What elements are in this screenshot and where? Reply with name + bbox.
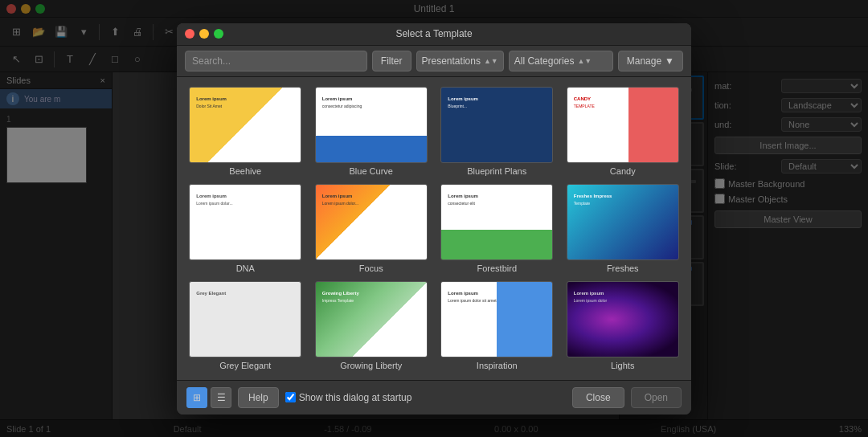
select-template-modal: Select a Template Filter Presentations ▲… <box>177 23 691 415</box>
template-item-greyelegant[interactable]: Grey Elegant Grey Elegant <box>186 281 305 370</box>
template-item-candy[interactable]: CANDY TEMPLATE Candy <box>564 87 682 176</box>
template-thumb-forestbird: Lorem ipsum consectetur elit <box>440 184 553 260</box>
template-name-focus: Focus <box>359 263 383 273</box>
show-at-startup-label[interactable]: Show this dialog at startup <box>285 392 412 403</box>
modal-toolbar: Filter Presentations ▲▼ All Categories ▲… <box>177 46 691 77</box>
template-thumb-candy: CANDY TEMPLATE <box>567 87 679 163</box>
open-template-button[interactable]: Open <box>631 387 682 408</box>
template-item-blueprintplans[interactable]: Lorem ipsum Blueprint... Blueprint Plans <box>438 87 556 176</box>
template-item-bluecurve[interactable]: Lorem ipsum consectetur adipiscing Blue … <box>313 87 431 176</box>
show-at-startup-text: Show this dialog at startup <box>299 392 412 403</box>
manage-label: Manage <box>627 55 661 67</box>
template-thumb-dna: Lorem ipsum Lorem ipsum dolar... <box>189 184 301 260</box>
list-view-button[interactable]: ☰ <box>211 387 231 408</box>
template-item-freshes[interactable]: Freshes Impress Template Freshes <box>564 184 682 273</box>
modal-titlebar: Select a Template <box>177 23 691 46</box>
categories-dropdown[interactable]: All Categories ▲▼ <box>509 51 613 71</box>
template-name-lights: Lights <box>611 361 634 370</box>
template-name-growingliberty: Growing Liberty <box>340 361 402 370</box>
filter-button[interactable]: Filter <box>372 51 411 71</box>
presentations-label: Presentations <box>422 55 481 67</box>
template-thumb-inspiration: Lorem ipsum Lorem ipsum dolor sit amet <box>440 281 553 357</box>
template-name-inspiration: Inspiration <box>477 361 518 370</box>
categories-label: All Categories <box>514 55 575 67</box>
modal-traffic-lights <box>185 29 223 39</box>
template-item-forestbird[interactable]: Lorem ipsum consectetur elit Forestbird <box>438 184 556 273</box>
modal-footer: ⊞ ☰ Help Show this dialog at startup Clo… <box>177 380 691 415</box>
template-name-blueprintplans: Blueprint Plans <box>467 166 526 176</box>
footer-left: ⊞ ☰ Help Show this dialog at startup <box>186 387 411 408</box>
template-name-beehive: Beehive <box>229 166 261 176</box>
categories-arrow: ▲▼ <box>577 57 592 65</box>
template-name-forestbird: Forestbird <box>477 263 517 273</box>
template-thumb-growingliberty: Growing Liberty Impress Template <box>315 281 428 357</box>
manage-arrow: ▼ <box>665 55 674 67</box>
template-grid: Lorem ipsum Dolor Sit Amet Beehive Lorem… <box>177 77 691 380</box>
template-thumb-bluecurve: Lorem ipsum consectetur adipiscing <box>315 87 428 163</box>
modal-minimize-btn[interactable] <box>199 29 209 39</box>
template-thumb-focus: Lorem ipsum Lorem ipsum dolor... <box>315 184 428 260</box>
template-thumb-freshes: Freshes Impress Template <box>567 184 679 260</box>
template-name-greyelegant: Grey Elegant <box>219 361 271 370</box>
template-name-dna: DNA <box>236 263 255 273</box>
footer-right: Close Open <box>572 387 682 408</box>
modal-overlay: Select a Template Filter Presentations ▲… <box>0 0 868 437</box>
template-thumb-greyelegant: Grey Elegant <box>189 281 301 357</box>
manage-button[interactable]: Manage ▼ <box>618 51 683 71</box>
template-item-beehive[interactable]: Lorem ipsum Dolor Sit Amet Beehive <box>186 87 305 176</box>
template-thumb-blueprintplans: Lorem ipsum Blueprint... <box>440 87 553 163</box>
modal-close-btn[interactable] <box>185 29 194 39</box>
template-item-growingliberty[interactable]: Growing Liberty Impress Template Growing… <box>313 281 431 370</box>
template-name-candy: Candy <box>610 166 636 176</box>
template-item-inspiration[interactable]: Lorem ipsum Lorem ipsum dolor sit amet I… <box>438 281 556 370</box>
modal-title: Select a Template <box>395 28 472 39</box>
template-thumb-beehive: Lorem ipsum Dolor Sit Amet <box>189 87 301 163</box>
presentations-dropdown[interactable]: Presentations ▲▼ <box>416 51 504 71</box>
template-item-lights[interactable]: Lorem ipsum Lorem ipsum dolor Lights <box>564 281 682 370</box>
template-item-focus[interactable]: Lorem ipsum Lorem ipsum dolor... Focus <box>313 184 431 273</box>
search-input[interactable] <box>185 51 367 71</box>
template-item-dna[interactable]: Lorem ipsum Lorem ipsum dolar... DNA <box>186 184 305 273</box>
help-button[interactable]: Help <box>238 387 279 408</box>
show-at-startup-checkbox[interactable] <box>285 392 296 402</box>
grid-view-button[interactable]: ⊞ <box>186 387 207 408</box>
template-name-bluecurve: Blue Curve <box>350 166 393 176</box>
template-thumb-lights: Lorem ipsum Lorem ipsum dolor <box>567 281 679 357</box>
template-name-freshes: Freshes <box>607 263 639 273</box>
view-toggle: ⊞ ☰ <box>186 387 231 408</box>
close-dialog-button[interactable]: Close <box>572 387 624 408</box>
modal-maximize-btn[interactable] <box>214 29 223 39</box>
presentations-arrow: ▲▼ <box>484 57 498 65</box>
